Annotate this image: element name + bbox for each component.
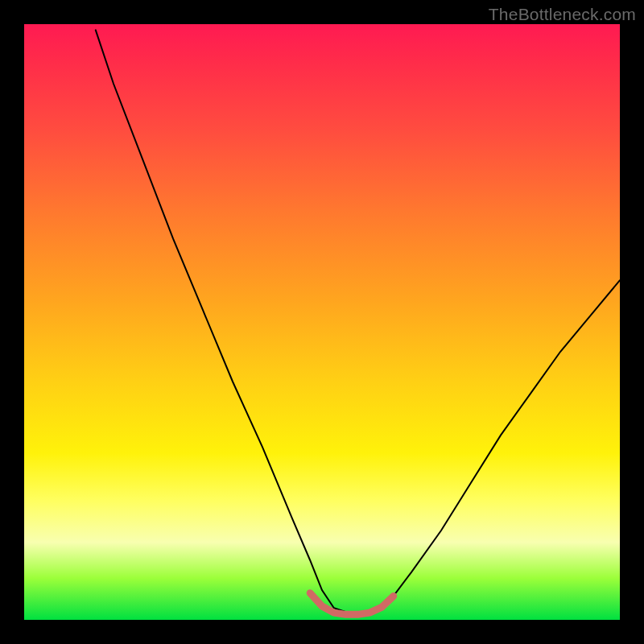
plot-area	[24, 24, 620, 620]
optimal-region-marker	[310, 593, 394, 615]
marker-layer	[24, 24, 620, 620]
watermark-text: TheBottleneck.com	[489, 5, 636, 24]
chart-stage: TheBottleneck.com	[0, 0, 644, 644]
